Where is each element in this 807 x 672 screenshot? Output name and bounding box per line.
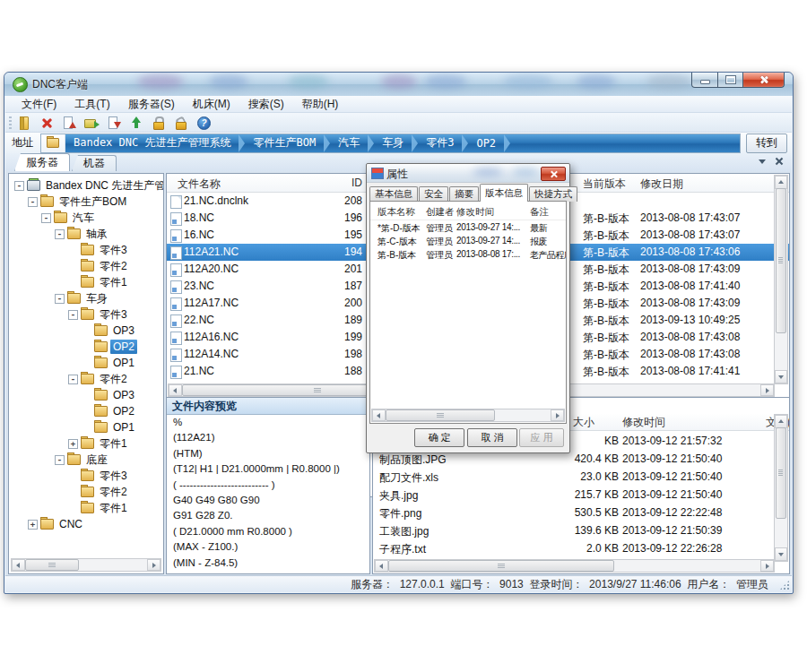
panel-tab[interactable]: 机器 <box>72 155 117 171</box>
dialog-tab[interactable]: 版本信息 <box>480 184 528 202</box>
scroll-left-icon[interactable] <box>375 560 388 572</box>
tree-item[interactable]: 零件2 <box>9 258 163 274</box>
toolbar-button[interactable] <box>39 115 55 131</box>
tree-item[interactable]: OP1 <box>9 355 163 371</box>
panel-close-icon[interactable] <box>775 157 784 166</box>
scroll-left-icon[interactable] <box>12 559 25 571</box>
breadcrumb-item[interactable]: 汽车 <box>330 134 374 152</box>
scroll-down-icon[interactable] <box>775 370 787 383</box>
dialog-tab[interactable]: 摘要 <box>449 186 479 202</box>
tree-expander[interactable]: - <box>68 375 78 384</box>
scroll-right-icon[interactable] <box>147 559 161 571</box>
tree-item[interactable]: 零件3 <box>9 242 163 258</box>
tree-item[interactable]: - 车身 <box>9 290 163 306</box>
go-button[interactable]: 转到 <box>746 134 787 153</box>
tree-expander[interactable]: - <box>55 294 65 304</box>
dialog-tab[interactable]: 安全 <box>419 186 448 202</box>
tree-item[interactable]: - 零件2 <box>9 371 163 387</box>
close-button[interactable] <box>742 73 785 88</box>
tree-item[interactable]: 零件1 <box>9 500 163 516</box>
panel-tab[interactable]: 服务器 <box>14 153 70 171</box>
tree-item[interactable]: 零件3 <box>9 468 163 484</box>
scroll-up-icon[interactable] <box>775 176 787 189</box>
menu-item[interactable]: 搜索(S) <box>239 97 293 112</box>
resize-grip[interactable] <box>779 580 790 590</box>
chevron-down-icon[interactable] <box>759 159 766 164</box>
version-row[interactable]: 第-B-版本 管理员 2013-08-08 17:... 老产品程序 <box>370 248 566 262</box>
column-header-date[interactable]: 修改日期 <box>640 177 683 192</box>
tree-item[interactable]: - 汽车 <box>9 210 163 226</box>
tree-expander[interactable]: - <box>28 197 38 207</box>
toolbar-button[interactable] <box>106 115 122 131</box>
dialog-tab[interactable]: 快捷方式 <box>529 186 577 202</box>
breadcrumb-item[interactable]: 零件生产BOM <box>245 134 330 152</box>
breadcrumb-item[interactable]: 车身 <box>374 134 418 152</box>
breadcrumb-item[interactable]: 零件3 <box>418 134 468 152</box>
attachment-row[interactable]: 子程序.txt 2.0 KB 2013-09-12 22:26:28 <box>373 539 789 557</box>
scroll-right-icon[interactable] <box>551 409 564 421</box>
breadcrumb-item[interactable]: Bandex DNC 先进生产管理系统 <box>65 134 245 152</box>
dialog-horizontal-scrollbar[interactable] <box>371 409 565 422</box>
tree-item[interactable]: OP3 <box>9 323 163 339</box>
column-header-size[interactable]: 大小 <box>573 415 594 430</box>
tree-expander[interactable]: + <box>68 439 78 449</box>
menu-item[interactable]: 帮助(H) <box>293 97 348 112</box>
menu-item[interactable]: 服务器(S) <box>119 97 184 112</box>
tree-item[interactable]: - 轴承 <box>9 226 163 242</box>
scroll-down-icon[interactable] <box>775 547 787 561</box>
ok-button[interactable]: 确 定 <box>414 428 464 447</box>
scroll-right-icon[interactable] <box>760 384 774 396</box>
scrollbar-thumb[interactable] <box>776 188 786 333</box>
toolbar-button[interactable] <box>83 115 100 131</box>
column-header-note[interactable]: 备注 <box>530 206 549 219</box>
tree-item[interactable]: OP2 <box>9 403 163 419</box>
tree-item[interactable]: 零件2 <box>9 484 163 500</box>
tree-item[interactable]: - Bandex DNC 先进生产管理系统 <box>9 177 163 194</box>
breadcrumb-item[interactable]: OP2 <box>468 134 510 152</box>
maximize-button[interactable] <box>718 73 742 88</box>
scrollbar-thumb[interactable] <box>388 560 614 572</box>
dialog-title-bar[interactable]: 属性 <box>367 164 569 183</box>
attachment-vertical-scrollbar[interactable] <box>774 414 788 562</box>
column-header-time[interactable]: 修改时间 <box>622 415 665 430</box>
scrollbar-thumb[interactable] <box>776 427 786 519</box>
column-header-creator[interactable]: 创建者 <box>426 206 455 219</box>
menu-item[interactable]: 机床(M) <box>184 97 239 112</box>
toolbar-button[interactable] <box>173 115 189 131</box>
menu-item[interactable]: 工具(T) <box>65 97 118 112</box>
tree-item[interactable]: OP3 <box>9 387 163 403</box>
column-header-version-name[interactable]: 版本名称 <box>377 206 415 219</box>
scroll-left-icon[interactable] <box>372 409 386 421</box>
tree-item[interactable]: - 零件3 <box>9 306 163 323</box>
toolbar-button[interactable] <box>128 115 144 131</box>
breadcrumb[interactable]: Bandex DNC 先进生产管理系统零件生产BOM汽车车身零件3OP2 <box>40 134 741 153</box>
column-header-name[interactable]: 文件名称 <box>178 177 221 192</box>
tree-expander[interactable]: - <box>14 181 24 191</box>
attachment-row[interactable]: 零件.png 530.5 KB 2013-09-12 22:22:48 <box>373 504 789 521</box>
minimize-button[interactable] <box>691 73 718 88</box>
tree-item[interactable]: 零件1 <box>9 274 163 290</box>
tree-expander[interactable]: + <box>28 520 38 530</box>
cancel-button[interactable]: 取 消 <box>467 428 517 447</box>
attachment-horizontal-scrollbar[interactable] <box>374 559 775 573</box>
apply-button[interactable]: 应 用 <box>519 428 564 447</box>
scrollbar-thumb[interactable] <box>386 409 495 421</box>
tree-item[interactable]: OP1 <box>9 419 163 435</box>
tree-item[interactable]: + CNC <box>9 516 163 532</box>
column-header-id[interactable]: ID <box>310 177 362 189</box>
attachment-row[interactable]: 夹具.jpg 215.7 KB 2013-09-12 21:50:40 <box>373 486 789 504</box>
tree-item[interactable]: - 底座 <box>9 452 163 468</box>
tree-item[interactable]: OP2 <box>9 339 163 355</box>
scroll-right-icon[interactable] <box>760 560 774 572</box>
scroll-left-icon[interactable] <box>169 384 182 396</box>
tree-expander[interactable]: - <box>55 455 65 465</box>
version-row[interactable]: *第-D-版本 管理员 2013-09-27 14:... 最新 <box>370 221 566 235</box>
tree-expander[interactable]: - <box>68 310 78 320</box>
toolbar-button[interactable] <box>16 115 32 131</box>
scroll-up-icon[interactable] <box>775 415 787 428</box>
tree-expander[interactable]: - <box>41 213 51 223</box>
tree-expander[interactable]: - <box>55 229 65 239</box>
toolbar-button[interactable] <box>61 115 77 131</box>
dialog-tab[interactable]: 基本信息 <box>369 186 418 202</box>
tree-item[interactable]: + 零件1 <box>9 435 163 452</box>
